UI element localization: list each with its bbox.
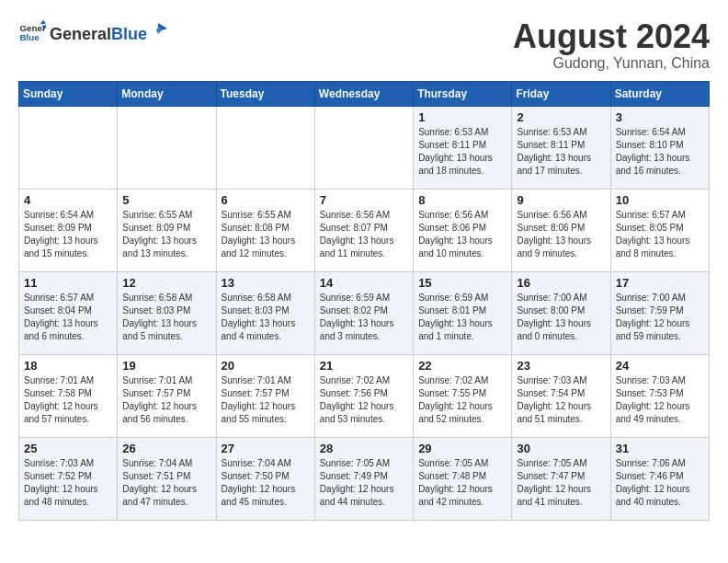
- calendar-cell: 25Sunrise: 7:03 AM Sunset: 7:52 PM Dayli…: [19, 437, 118, 520]
- calendar-cell: 3Sunrise: 6:54 AM Sunset: 8:10 PM Daylig…: [610, 106, 709, 189]
- calendar-cell: 31Sunrise: 7:06 AM Sunset: 7:46 PM Dayli…: [610, 437, 709, 520]
- day-number: 19: [122, 359, 210, 373]
- calendar-cell: 2Sunrise: 6:53 AM Sunset: 8:11 PM Daylig…: [512, 106, 610, 189]
- day-number: 18: [24, 359, 112, 373]
- day-info: Sunrise: 7:02 AM Sunset: 7:55 PM Dayligh…: [418, 374, 506, 426]
- day-info: Sunrise: 6:59 AM Sunset: 8:01 PM Dayligh…: [418, 292, 506, 343]
- calendar-cell: 7Sunrise: 6:56 AM Sunset: 8:07 PM Daylig…: [314, 189, 413, 271]
- day-number: 21: [320, 359, 408, 373]
- day-header-monday: Monday: [118, 81, 216, 106]
- day-number: 3: [616, 110, 704, 124]
- calendar-cell: 21Sunrise: 7:02 AM Sunset: 7:56 PM Dayli…: [314, 354, 413, 437]
- main-title: August 2024: [513, 18, 710, 55]
- day-number: 16: [517, 276, 605, 290]
- day-info: Sunrise: 7:04 AM Sunset: 7:50 PM Dayligh…: [222, 457, 310, 509]
- calendar-week-row: 18Sunrise: 7:01 AM Sunset: 7:58 PM Dayli…: [19, 354, 710, 437]
- day-info: Sunrise: 6:53 AM Sunset: 8:11 PM Dayligh…: [517, 126, 605, 178]
- calendar-cell: 4Sunrise: 6:54 AM Sunset: 8:09 PM Daylig…: [19, 189, 118, 271]
- day-number: 24: [616, 359, 704, 373]
- calendar-cell: [314, 106, 413, 189]
- day-number: 4: [24, 193, 112, 207]
- day-number: 17: [616, 276, 704, 290]
- day-number: 28: [320, 442, 408, 455]
- calendar-cell: 12Sunrise: 6:58 AM Sunset: 8:03 PM Dayli…: [118, 271, 216, 354]
- day-number: 23: [517, 359, 605, 373]
- calendar-cell: 23Sunrise: 7:03 AM Sunset: 7:54 PM Dayli…: [512, 354, 610, 437]
- day-number: 11: [24, 276, 112, 290]
- logo: General Blue General Blue: [18, 18, 167, 46]
- day-header-sunday: Sunday: [19, 81, 118, 106]
- day-info: Sunrise: 7:00 AM Sunset: 8:00 PM Dayligh…: [517, 292, 605, 343]
- day-info: Sunrise: 7:04 AM Sunset: 7:51 PM Dayligh…: [122, 457, 210, 509]
- day-info: Sunrise: 7:06 AM Sunset: 7:46 PM Dayligh…: [616, 457, 704, 509]
- day-number: 30: [517, 442, 605, 455]
- day-info: Sunrise: 6:53 AM Sunset: 8:11 PM Dayligh…: [418, 126, 506, 178]
- day-info: Sunrise: 6:55 AM Sunset: 8:08 PM Dayligh…: [222, 209, 310, 260]
- day-info: Sunrise: 6:58 AM Sunset: 8:03 PM Dayligh…: [122, 292, 210, 343]
- day-number: 15: [418, 276, 506, 290]
- calendar-cell: 15Sunrise: 6:59 AM Sunset: 8:01 PM Dayli…: [414, 271, 512, 354]
- day-info: Sunrise: 7:01 AM Sunset: 7:58 PM Dayligh…: [24, 374, 112, 426]
- day-number: 9: [517, 193, 605, 207]
- svg-text:Blue: Blue: [20, 32, 40, 42]
- calendar-cell: 16Sunrise: 7:00 AM Sunset: 8:00 PM Dayli…: [512, 271, 610, 354]
- day-info: Sunrise: 6:55 AM Sunset: 8:09 PM Dayligh…: [122, 209, 210, 260]
- day-info: Sunrise: 7:03 AM Sunset: 7:53 PM Dayligh…: [616, 374, 704, 426]
- calendar-cell: 6Sunrise: 6:55 AM Sunset: 8:08 PM Daylig…: [216, 189, 314, 271]
- day-number: 31: [616, 442, 704, 455]
- calendar-table: SundayMondayTuesdayWednesdayThursdayFrid…: [18, 81, 710, 521]
- calendar-week-row: 4Sunrise: 6:54 AM Sunset: 8:09 PM Daylig…: [19, 189, 710, 271]
- day-info: Sunrise: 6:56 AM Sunset: 8:06 PM Dayligh…: [418, 209, 506, 260]
- day-number: 25: [24, 442, 112, 455]
- calendar-cell: 13Sunrise: 6:58 AM Sunset: 8:03 PM Dayli…: [216, 271, 314, 354]
- day-info: Sunrise: 7:05 AM Sunset: 7:48 PM Dayligh…: [418, 457, 506, 509]
- day-header-wednesday: Wednesday: [314, 81, 413, 106]
- calendar-cell: 24Sunrise: 7:03 AM Sunset: 7:53 PM Dayli…: [610, 354, 709, 437]
- day-number: 1: [418, 110, 506, 124]
- calendar-cell: 26Sunrise: 7:04 AM Sunset: 7:51 PM Dayli…: [118, 437, 216, 520]
- day-number: 20: [222, 359, 310, 373]
- day-info: Sunrise: 7:05 AM Sunset: 7:47 PM Dayligh…: [517, 457, 605, 509]
- day-header-thursday: Thursday: [414, 81, 512, 106]
- calendar-week-row: 1Sunrise: 6:53 AM Sunset: 8:11 PM Daylig…: [19, 106, 710, 189]
- day-number: 29: [418, 442, 506, 455]
- day-info: Sunrise: 6:57 AM Sunset: 8:04 PM Dayligh…: [24, 292, 112, 343]
- day-number: 13: [222, 276, 310, 290]
- day-info: Sunrise: 6:54 AM Sunset: 8:10 PM Dayligh…: [616, 126, 704, 178]
- day-number: 22: [418, 359, 506, 373]
- calendar-cell: 11Sunrise: 6:57 AM Sunset: 8:04 PM Dayli…: [19, 271, 118, 354]
- day-info: Sunrise: 7:00 AM Sunset: 7:59 PM Dayligh…: [616, 292, 704, 343]
- calendar-cell: 5Sunrise: 6:55 AM Sunset: 8:09 PM Daylig…: [118, 189, 216, 271]
- day-info: Sunrise: 6:58 AM Sunset: 8:03 PM Dayligh…: [222, 292, 310, 343]
- calendar-cell: 27Sunrise: 7:04 AM Sunset: 7:50 PM Dayli…: [216, 437, 314, 520]
- day-number: 27: [222, 442, 310, 455]
- calendar-cell: 17Sunrise: 7:00 AM Sunset: 7:59 PM Dayli…: [610, 271, 709, 354]
- calendar-cell: 30Sunrise: 7:05 AM Sunset: 7:47 PM Dayli…: [512, 437, 610, 520]
- logo-blue-text: Blue: [111, 25, 147, 44]
- calendar-cell: 1Sunrise: 6:53 AM Sunset: 8:11 PM Daylig…: [414, 106, 512, 189]
- day-info: Sunrise: 7:01 AM Sunset: 7:57 PM Dayligh…: [222, 374, 310, 426]
- calendar-cell: 8Sunrise: 6:56 AM Sunset: 8:06 PM Daylig…: [414, 189, 512, 271]
- calendar-cell: 28Sunrise: 7:05 AM Sunset: 7:49 PM Dayli…: [314, 437, 413, 520]
- subtitle: Gudong, Yunnan, China: [513, 55, 710, 72]
- logo-general-text: General: [50, 25, 111, 44]
- logo-wing-icon: [149, 21, 167, 40]
- day-number: 2: [517, 110, 605, 124]
- calendar-cell: 9Sunrise: 6:56 AM Sunset: 8:06 PM Daylig…: [512, 189, 610, 271]
- day-number: 5: [122, 193, 210, 207]
- calendar-cell: 18Sunrise: 7:01 AM Sunset: 7:58 PM Dayli…: [19, 354, 118, 437]
- day-info: Sunrise: 7:05 AM Sunset: 7:49 PM Dayligh…: [320, 457, 408, 509]
- logo-icon: General Blue: [18, 18, 46, 46]
- calendar-week-row: 25Sunrise: 7:03 AM Sunset: 7:52 PM Dayli…: [19, 437, 710, 520]
- day-info: Sunrise: 7:01 AM Sunset: 7:57 PM Dayligh…: [122, 374, 210, 426]
- day-number: 6: [222, 193, 310, 207]
- calendar-cell: [118, 106, 216, 189]
- day-info: Sunrise: 6:57 AM Sunset: 8:05 PM Dayligh…: [616, 209, 704, 260]
- page-header: General Blue General Blue August 2024 Gu…: [18, 18, 710, 72]
- day-info: Sunrise: 7:03 AM Sunset: 7:54 PM Dayligh…: [517, 374, 605, 426]
- calendar-cell: [19, 106, 118, 189]
- day-info: Sunrise: 7:03 AM Sunset: 7:52 PM Dayligh…: [24, 457, 112, 509]
- calendar-cell: 14Sunrise: 6:59 AM Sunset: 8:02 PM Dayli…: [314, 271, 413, 354]
- day-info: Sunrise: 6:54 AM Sunset: 8:09 PM Dayligh…: [24, 209, 112, 260]
- day-number: 14: [320, 276, 408, 290]
